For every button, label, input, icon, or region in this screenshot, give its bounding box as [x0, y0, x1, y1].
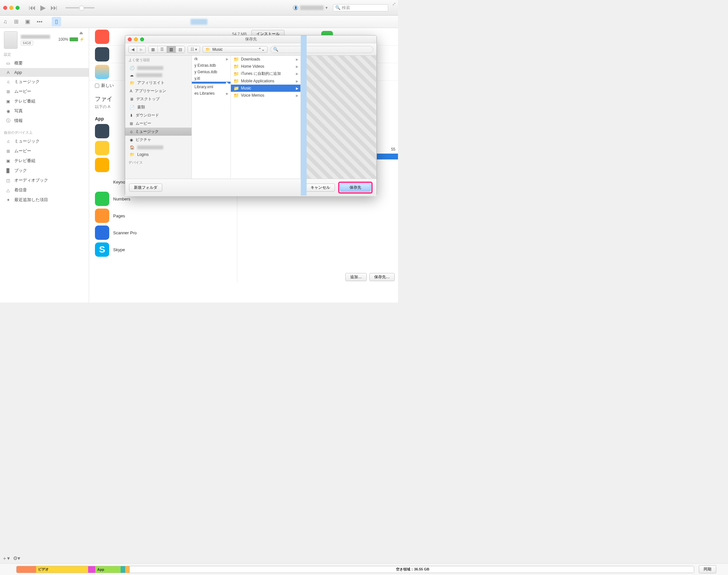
folder-item-autoimport[interactable]: 📁iTunes に自動的に追加▶ [231, 70, 300, 77]
search-icon: 🔍 [335, 5, 340, 10]
device-name-chip[interactable] [190, 19, 208, 25]
favorite-item-movies[interactable]: ⊞ムービー [125, 120, 191, 128]
sidebar-item-info[interactable]: ⓘ情報 [0, 116, 89, 126]
view-mode-segment: ▦ ☰ ▥ ▤ [148, 46, 185, 53]
sidebar-ondevice-music[interactable]: ♫ミュージック [0, 136, 89, 146]
folder-item-mobileapps[interactable]: 📁Mobile Applications▶ [231, 77, 300, 84]
column-1: rk▶ y Extras.itdb y Genius.itdb y.itl ▶ … [192, 56, 231, 179]
fullscreen-icon[interactable]: ⤢ [392, 1, 396, 6]
chevron-right-icon: ▶ [296, 79, 298, 83]
file-item[interactable]: y Genius.itdb [192, 69, 230, 75]
arrange-dropdown[interactable]: ☷ ▾ [188, 46, 200, 53]
music-tab-icon[interactable]: ♫ [3, 19, 7, 25]
search-field[interactable]: 🔍 検索 [333, 4, 388, 11]
next-icon[interactable]: ⏭ [50, 4, 58, 12]
previous-icon[interactable]: ⏮ [29, 4, 36, 12]
account-menu[interactable]: 👤 ▾ [293, 5, 328, 10]
favorite-item-music[interactable]: ♫ミュージック [125, 128, 191, 136]
save-to-button[interactable]: 保存先… [369, 273, 395, 281]
file-item[interactable]: y.itl [192, 75, 230, 82]
device-tab-icon[interactable]: ▯ [52, 17, 61, 26]
cancel-button[interactable]: キャンセル [306, 183, 335, 192]
list-view-icon[interactable]: ☰ [158, 46, 167, 53]
folder-item-voicememos[interactable]: 📁Voice Memos▶ [231, 92, 300, 99]
sidebar-ondevice-tv[interactable]: ▣テレビ番組 [0, 156, 89, 166]
new-folder-button[interactable]: 新規フォルダ [129, 183, 162, 192]
forward-icon[interactable]: ▶ [137, 46, 145, 53]
library-tab-row: ♫ ⊞ ▣ ••• ▯ [0, 15, 398, 28]
pictures-icon: ◉ [130, 138, 133, 142]
save-button[interactable]: 保存先 [340, 183, 371, 192]
eject-icon[interactable]: ⏏ [79, 31, 83, 35]
app-name: Pages [113, 213, 125, 218]
sidebar-item-music[interactable]: ♫ミュージック [0, 77, 89, 87]
sidebar-ondevice-ringtones[interactable]: △着信音 [0, 185, 89, 195]
favorite-item-logins[interactable]: 📁Logins [125, 151, 191, 158]
file-item[interactable]: Library.xml [192, 83, 230, 90]
music-icon: ♫ [130, 130, 133, 134]
volume-slider[interactable] [65, 7, 95, 8]
favorite-item-downloads[interactable]: ⬇ダウンロード [125, 111, 191, 120]
back-icon[interactable]: ◀ [129, 46, 137, 53]
book-icon: ▉ [5, 168, 11, 173]
favorite-item[interactable]: ☁ [125, 72, 191, 79]
redacted [136, 73, 162, 77]
folder-label: Downloads [241, 57, 260, 62]
device-capacity: 64GB [21, 41, 33, 45]
favorite-item-affiliate[interactable]: 📁アフィリエイト [125, 79, 191, 87]
favorite-item[interactable]: 🏠 [125, 144, 191, 151]
scroll-region[interactable] [301, 56, 306, 179]
app-icon: A [5, 70, 11, 75]
close-icon[interactable] [128, 37, 132, 41]
checkbox-label: 新しい [101, 83, 114, 89]
folder-item-music-selected[interactable]: 📁Music▶ [231, 84, 300, 92]
coverflow-view-icon[interactable]: ▤ [176, 46, 185, 53]
favorite-item-applications[interactable]: Aアプリケーション [125, 87, 191, 95]
movies-icon: ⊞ [5, 89, 11, 94]
movies-icon: ⊞ [130, 122, 133, 126]
file-item[interactable]: rk▶ [192, 56, 230, 62]
new-apps-checkbox[interactable] [95, 83, 99, 88]
sidebar-item-app[interactable]: AApp [0, 68, 89, 77]
battery-icon [70, 37, 78, 41]
folder-item-downloads[interactable]: 📁Downloads▶ [231, 56, 300, 63]
minimize-icon[interactable] [134, 37, 138, 41]
close-icon[interactable] [3, 6, 7, 10]
sidebar-item-label: 情報 [14, 118, 23, 124]
chevron-right-icon: ▶ [296, 72, 298, 75]
sidebar-ondevice-books[interactable]: ▉ブック [0, 166, 89, 175]
sidebar-item-tv[interactable]: ▣テレビ番組 [0, 96, 89, 106]
app-icon-red [95, 30, 109, 44]
folder-item-homevideos[interactable]: 📁Home Videos▶ [231, 63, 300, 70]
zoom-icon[interactable] [140, 37, 144, 41]
play-icon[interactable]: ▶ [40, 4, 46, 12]
sidebar-item-movies[interactable]: ⊞ムービー [0, 87, 89, 96]
dialog-search-field[interactable]: 🔍 [270, 46, 373, 53]
battery-status: 100% ⚡ [58, 37, 84, 42]
icon-view-icon[interactable]: ▦ [149, 46, 158, 53]
path-dropdown[interactable]: 📁 Music ⌃⌄ [203, 46, 267, 53]
file-item[interactable]: es Libraries▶ [192, 90, 230, 97]
file-item[interactable]: y Extras.itdb [192, 62, 230, 69]
dialog-toolbar: ◀ ▶ ▦ ☰ ▥ ▤ ☷ ▾ 📁 Music ⌃⌄ 🔍 [125, 43, 376, 56]
column-2: 📁Downloads▶ 📁Home Videos▶ 📁iTunes に自動的に追… [231, 56, 301, 179]
favorite-item-documents[interactable]: 📄書類 [125, 103, 191, 111]
sidebar-ondevice-audiobooks[interactable]: ◫オーディオブック [0, 175, 89, 185]
favorite-item-desktop[interactable]: 🖥デスクトップ [125, 95, 191, 103]
sidebar-section-settings: 設定 [0, 51, 89, 58]
add-button[interactable]: 追加… [345, 273, 367, 281]
favorite-item[interactable]: 🕘 [125, 64, 191, 72]
sidebar-item-label: ブック [14, 168, 27, 173]
sidebar-ondevice-recent[interactable]: ✦最近追加した項目 [0, 195, 89, 205]
zoom-icon[interactable] [15, 6, 20, 10]
sidebar-item-summary[interactable]: ▭概要 [0, 58, 89, 68]
column-view-icon[interactable]: ▥ [167, 46, 176, 53]
sidebar-item-photos[interactable]: ◉写真 [0, 106, 89, 116]
tv-tab-icon[interactable]: ▣ [25, 18, 30, 25]
favorite-item-pictures[interactable]: ◉ピクチャ [125, 136, 191, 144]
minimize-icon[interactable] [9, 6, 13, 10]
chevron-right-icon: ▶ [296, 58, 298, 61]
more-tab-icon[interactable]: ••• [37, 19, 43, 25]
sidebar-ondevice-movies[interactable]: ⊞ムービー [0, 146, 89, 156]
movies-tab-icon[interactable]: ⊞ [14, 18, 19, 25]
